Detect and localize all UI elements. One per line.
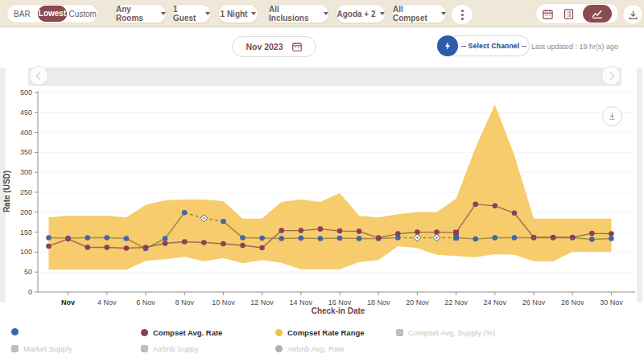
svg-text:250: 250: [20, 188, 32, 196]
caret-down-icon: [251, 12, 256, 15]
rate-mode-bar[interactable]: BAR: [7, 10, 37, 19]
month-label: Nov 2023: [246, 42, 283, 51]
svg-text:200: 200: [20, 208, 32, 216]
channel-filter-label: Agoda + 2: [336, 10, 375, 19]
download-icon[interactable]: [622, 4, 643, 25]
calendar-view-icon[interactable]: [541, 7, 554, 20]
compset-avg-supply-square-icon: [396, 329, 403, 336]
legend-item-airbnb-avg-rate[interactable]: Airbnb Avg. Rate: [275, 344, 345, 353]
legend-item-compset-rate-range[interactable]: Compset Rate Range: [275, 328, 365, 337]
svg-text:28 Nov: 28 Nov: [561, 298, 584, 306]
airbnb-supply-square-icon: [141, 345, 148, 352]
compset-filter-label: All Compset: [393, 5, 437, 23]
svg-text:500: 500: [20, 88, 32, 97]
rooms-filter-dropdown[interactable]: Any Rooms: [115, 4, 167, 23]
nights-filter-dropdown[interactable]: 1 Night: [218, 4, 258, 23]
last-updated-text: Last updated : 19 hr(s) ago: [531, 43, 640, 51]
svg-text:16 Nov: 16 Nov: [328, 298, 352, 306]
kebab-icon[interactable]: [451, 4, 473, 25]
svg-text:30 Nov: 30 Nov: [600, 298, 623, 306]
svg-text:400: 400: [20, 129, 32, 137]
svg-text:22 Nov: 22 Nov: [444, 298, 468, 306]
legend-item-hotel-rate[interactable]: [11, 328, 23, 335]
svg-text:20 Nov: 20 Nov: [406, 298, 429, 306]
caret-down-icon: [161, 12, 166, 15]
subheader: Nov 2023 -- Select Channel -- Last updat…: [0, 27, 644, 64]
svg-text:300: 300: [20, 168, 32, 176]
caret-down-icon: [380, 12, 385, 15]
svg-text:50: 50: [24, 268, 32, 276]
calendar-icon: [291, 41, 303, 52]
chart-legend: Compset Avg. Rate Compset Rate Range Com…: [0, 318, 644, 362]
svg-text:100: 100: [20, 248, 32, 256]
caret-down-icon: [324, 12, 328, 15]
compset-avg-rate-dot-icon: [141, 329, 148, 336]
select-channel-label: -- Select Channel --: [461, 42, 526, 50]
svg-text:18 Nov: 18 Nov: [367, 298, 390, 306]
channel-filter-dropdown[interactable]: Agoda + 2: [336, 4, 386, 23]
svg-text:Rate (USD): Rate (USD): [2, 171, 11, 212]
svg-text:6 Nov: 6 Nov: [136, 298, 155, 306]
legend-item-airbnb-supply[interactable]: Airbnb Suppy: [141, 344, 199, 353]
rooms-filter-label: Any Rooms: [116, 5, 157, 23]
rate-mode-lowest[interactable]: Lowest: [38, 6, 68, 22]
svg-text:350: 350: [20, 148, 32, 156]
guests-filter-dropdown[interactable]: 1 Guest: [172, 4, 211, 23]
nights-filter-label: 1 Night: [221, 10, 248, 19]
svg-text:Nov: Nov: [61, 298, 75, 306]
svg-text:Check-in Date: Check-in Date: [312, 306, 365, 315]
svg-text:26 Nov: 26 Nov: [522, 298, 546, 306]
airbnb-avg-rate-dot-icon: [275, 345, 283, 352]
compset-filter-dropdown[interactable]: All Compset: [392, 4, 447, 23]
svg-text:150: 150: [20, 228, 32, 237]
svg-text:0: 0: [28, 288, 32, 296]
hotel-rate-dot-icon: [11, 328, 19, 335]
market-supply-square-icon: [11, 345, 19, 352]
legend-item-compset-avg-rate[interactable]: Compset Avg. Rate: [141, 328, 222, 337]
inclusions-filter-dropdown[interactable]: All Inclusions: [268, 4, 329, 23]
rate-shopping-app: { "toolbar": { "rate_modes": [ {"label":…: [0, 0, 644, 362]
svg-text:4 Nov: 4 Nov: [97, 298, 117, 306]
svg-text:450: 450: [20, 109, 32, 117]
rate-chart: 050100150200250300350400450500Nov4 Nov6 …: [0, 64, 644, 318]
svg-text:10 Nov: 10 Nov: [212, 298, 235, 306]
svg-text:8 Nov: 8 Nov: [175, 298, 194, 306]
caret-down-icon: [205, 12, 210, 15]
legend-item-market-supply[interactable]: Market Supply: [11, 344, 72, 353]
chart-view-icon[interactable]: [583, 5, 612, 23]
guests-filter-label: 1 Guest: [173, 5, 201, 23]
legend-item-compset-avg-supply[interactable]: Compset Avg. Supply (%): [396, 328, 495, 337]
month-picker[interactable]: Nov 2023: [232, 36, 316, 57]
inclusions-filter-label: All Inclusions: [269, 5, 320, 23]
compset-rate-range-dot-icon: [275, 329, 283, 336]
chart-panel: 050100150200250300350400450500Nov4 Nov6 …: [0, 64, 644, 318]
caret-down-icon: [441, 12, 446, 15]
lightning-icon: [437, 35, 458, 56]
rate-mode-custom[interactable]: Custom: [68, 10, 97, 19]
svg-text:24 Nov: 24 Nov: [484, 298, 507, 306]
top-toolbar: BAR Lowest Custom Any Rooms 1 Guest 1 Ni…: [0, 0, 644, 27]
svg-text:14 Nov: 14 Nov: [290, 298, 313, 306]
view-toggle-group: [535, 3, 619, 24]
svg-text:12 Nov: 12 Nov: [250, 298, 274, 306]
table-view-icon[interactable]: [562, 7, 575, 20]
rate-mode-segmented-control: BAR Lowest Custom: [6, 4, 98, 23]
